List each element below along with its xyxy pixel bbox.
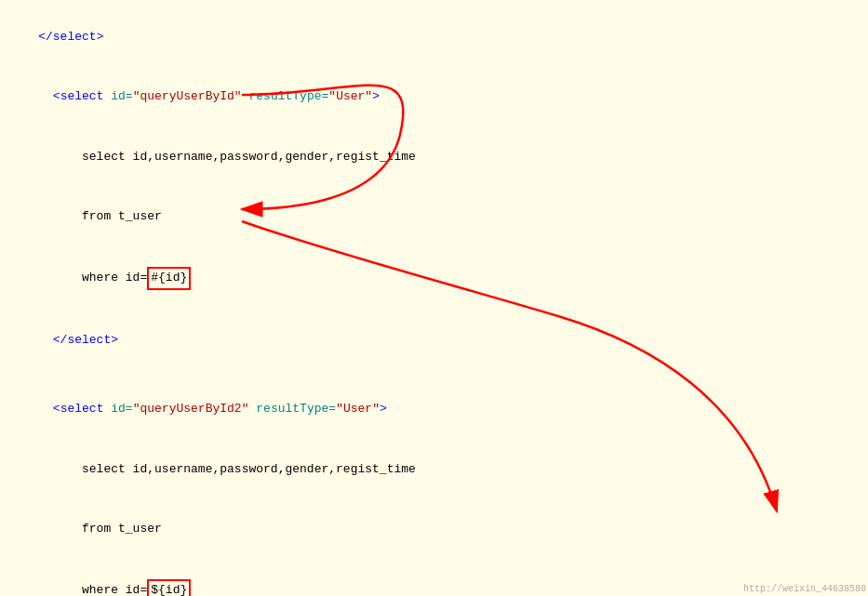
highlight-hash-id: #{id} bbox=[147, 267, 191, 290]
code-line-2-3: from t_user bbox=[0, 499, 868, 559]
code-line-1-3: from t_user bbox=[0, 187, 868, 246]
code-line-2-2: select id,username,password,gender,regis… bbox=[0, 440, 868, 499]
code-line-1-2: select id,username,password,gender,regis… bbox=[0, 127, 868, 187]
code-line-2-1: <select id="queryUserById2" resultType="… bbox=[0, 379, 868, 439]
code-line-2-4: where id=${id} bbox=[0, 560, 868, 596]
code-editor: </select> <select id="queryUserById" res… bbox=[0, 0, 868, 596]
code-line-1-4: where id=#{id} bbox=[0, 247, 868, 311]
code-tag-close: </select> bbox=[38, 30, 103, 44]
code-line-1-1: <select id="queryUserById" resultType="U… bbox=[0, 67, 868, 126]
highlight-dollar-id: ${id} bbox=[147, 579, 191, 596]
code-line-1-5: </select> bbox=[0, 311, 868, 370]
code-line-pre: </select> bbox=[0, 7, 868, 67]
watermark: http://weixin_44638580 bbox=[743, 584, 866, 594]
